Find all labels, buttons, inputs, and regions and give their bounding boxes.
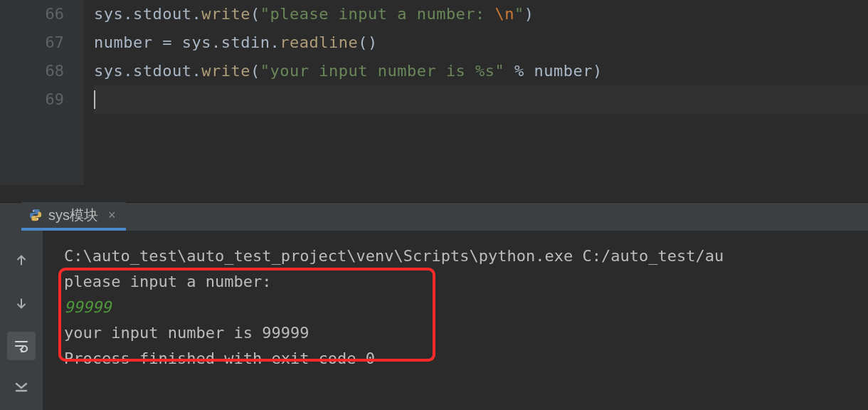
- svg-point-0: [33, 211, 34, 212]
- code-line[interactable]: sys.stdout.write("your input number is %…: [94, 57, 868, 85]
- run-tab-sys[interactable]: sys模块 ×: [21, 202, 126, 231]
- scroll-down-button[interactable]: [7, 289, 36, 317]
- run-tab-label: sys模块: [48, 206, 98, 225]
- console-output[interactable]: C:\auto_test\auto_test_project\venv\Scri…: [43, 231, 868, 410]
- console-toolbar: [0, 231, 43, 410]
- console-line: Process finished with exit code 0: [64, 346, 868, 372]
- editor-spacer: [0, 185, 868, 202]
- line-number-gutter: 66676869: [0, 0, 84, 185]
- code-line[interactable]: sys.stdout.write("please input a number:…: [94, 0, 868, 28]
- code-line[interactable]: [94, 85, 868, 114]
- run-console: C:\auto_test\auto_test_project\venv\Scri…: [0, 231, 868, 410]
- console-line: please input a number:: [64, 269, 868, 295]
- line-number: 67: [0, 28, 84, 57]
- code-line[interactable]: number = sys.stdin.readline(): [94, 28, 868, 57]
- python-icon: [28, 208, 43, 222]
- line-number: 66: [0, 0, 84, 28]
- soft-wrap-button[interactable]: [7, 332, 36, 360]
- line-number: 68: [0, 57, 84, 85]
- svg-point-1: [37, 219, 38, 220]
- scroll-to-end-button[interactable]: [7, 372, 36, 400]
- console-line: your input number is 99999: [64, 320, 868, 346]
- code-area[interactable]: sys.stdout.write("please input a number:…: [84, 0, 868, 185]
- close-icon[interactable]: ×: [108, 208, 116, 223]
- console-line: C:\auto_test\auto_test_project\venv\Scri…: [64, 243, 868, 269]
- console-line: 99999: [64, 295, 868, 320]
- run-tool-tabs: sys模块 ×: [0, 202, 868, 231]
- code-editor[interactable]: 66676869 sys.stdout.write("please input …: [0, 0, 868, 185]
- text-caret: [94, 90, 95, 109]
- line-number: 69: [0, 85, 84, 114]
- scroll-up-button[interactable]: [7, 246, 36, 275]
